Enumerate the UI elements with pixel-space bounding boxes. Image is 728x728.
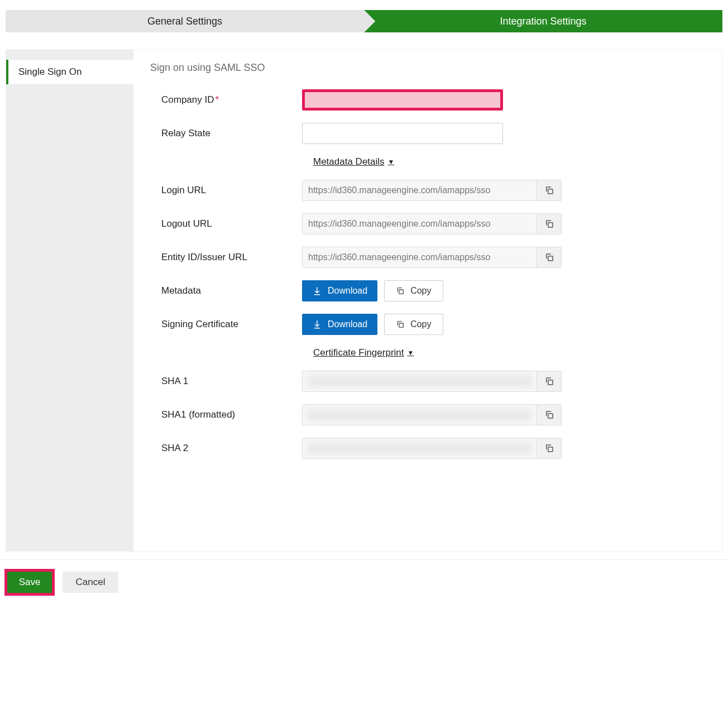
copy-logout-url-button[interactable] (537, 214, 561, 234)
svg-rect-4 (399, 323, 403, 327)
metadata-details-toggle[interactable]: Metadata Details ▼ (313, 156, 394, 167)
signing-cert-label: Signing Certificate (150, 319, 302, 330)
login-url-label: Login URL (150, 185, 302, 196)
logout-url-label: Logout URL (150, 218, 302, 229)
copy-icon (544, 252, 554, 262)
copy-icon (396, 286, 405, 295)
footer-bar: Save Cancel (0, 559, 728, 618)
svg-rect-0 (548, 189, 552, 194)
copy-sha2-button[interactable] (537, 438, 561, 458)
copy-icon (544, 219, 554, 229)
tab-general-settings[interactable]: General Settings (6, 10, 364, 32)
download-icon (312, 319, 322, 329)
svg-rect-7 (548, 447, 552, 452)
tab-general-label: General Settings (147, 16, 222, 27)
svg-rect-5 (548, 380, 552, 385)
entity-id-label: Entity ID/Issuer URL (150, 252, 302, 263)
company-id-input[interactable] (302, 89, 503, 111)
chevron-down-icon: ▼ (408, 349, 414, 357)
copy-sha1-button[interactable] (537, 371, 561, 391)
copy-icon (544, 185, 554, 195)
sidebar-item-single-sign-on[interactable]: Single Sign On (6, 60, 133, 84)
cancel-button[interactable]: Cancel (63, 572, 118, 593)
download-signing-cert-button[interactable]: Download (302, 314, 377, 335)
relay-state-input[interactable] (302, 123, 503, 144)
download-metadata-button[interactable]: Download (302, 280, 377, 301)
copy-sha1-formatted-button[interactable] (537, 405, 561, 425)
required-asterisk: * (215, 94, 219, 105)
company-id-label: Company ID* (150, 94, 302, 106)
copy-icon (396, 320, 405, 329)
sha1-value (302, 371, 562, 392)
sidebar-item-label: Single Sign On (18, 66, 82, 77)
relay-state-label: Relay State (150, 128, 302, 139)
certificate-fingerprint-toggle[interactable]: Certificate Fingerprint ▼ (313, 347, 414, 358)
tab-integration-label: Integration Settings (500, 16, 586, 27)
copy-metadata-button[interactable]: Copy (384, 280, 443, 301)
download-icon (312, 286, 322, 296)
section-title: Sign on using SAML SSO (150, 62, 705, 74)
wizard-tabs: General Settings Integration Settings (6, 10, 722, 32)
logout-url-value: https://id360.manageengine.com/iamapps/s… (302, 213, 562, 234)
svg-rect-3 (399, 290, 403, 294)
sha2-value (302, 438, 562, 459)
sha1-formatted-label: SHA1 (formatted) (150, 409, 302, 420)
entity-id-value: https://id360.manageengine.com/iamapps/s… (302, 247, 562, 268)
copy-signing-cert-button[interactable]: Copy (384, 314, 443, 335)
save-button-highlight: Save (4, 569, 55, 596)
copy-icon (544, 410, 554, 420)
main-content: Sign on using SAML SSO Company ID* Relay… (133, 50, 722, 551)
copy-icon (544, 376, 554, 386)
svg-rect-2 (548, 256, 552, 261)
metadata-label: Metadata (150, 285, 302, 296)
svg-rect-1 (548, 223, 552, 227)
login-url-value: https://id360.manageengine.com/iamapps/s… (302, 180, 562, 201)
tab-integration-settings[interactable]: Integration Settings (364, 10, 722, 32)
sidebar: Single Sign On (6, 50, 133, 551)
chevron-down-icon: ▼ (388, 158, 395, 166)
copy-icon (544, 443, 554, 453)
copy-login-url-button[interactable] (537, 180, 561, 200)
copy-entity-id-button[interactable] (537, 247, 561, 267)
save-button[interactable]: Save (7, 572, 52, 593)
sha1-label: SHA 1 (150, 376, 302, 387)
svg-rect-6 (548, 414, 552, 418)
sha1-formatted-value (302, 404, 562, 425)
sha2-label: SHA 2 (150, 443, 302, 454)
